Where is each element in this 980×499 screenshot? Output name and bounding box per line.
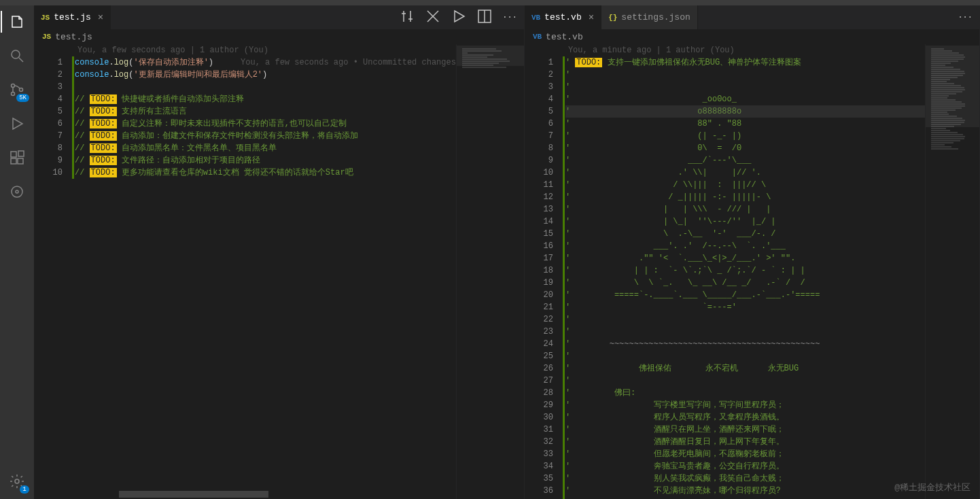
settings-gear-icon[interactable]: 1: [1, 470, 33, 492]
settings-badge: 1: [20, 485, 29, 494]
vb-file-icon: VB: [533, 33, 542, 41]
git-decoration: [563, 56, 565, 499]
close-icon[interactable]: ×: [98, 12, 103, 23]
search-icon[interactable]: [1, 45, 33, 67]
horizontal-scrollbar[interactable]: [119, 491, 268, 498]
svg-point-9: [16, 190, 18, 193]
code-content-right[interactable]: You, a minute ago | 1 author (You) ' TOD…: [565, 44, 925, 499]
line-gutter: 12345678910: [34, 44, 75, 499]
vb-file-icon: VB: [531, 14, 540, 22]
svg-point-10: [15, 479, 19, 483]
tab-label: test.js: [54, 12, 91, 22]
tab-bar-left: JS test.js × ···: [34, 5, 524, 29]
svg-point-1: [12, 84, 15, 88]
svg-rect-7: [18, 151, 24, 156]
extensions-icon[interactable]: [1, 147, 33, 169]
breadcrumb-left[interactable]: JS test.js: [34, 29, 524, 44]
svg-point-0: [12, 50, 20, 58]
explorer-icon[interactable]: [1, 11, 33, 33]
gitlens-authors: You, a few seconds ago | 1 author (You): [75, 44, 456, 56]
more-actions-icon[interactable]: ···: [502, 13, 517, 22]
svg-point-8: [12, 186, 22, 197]
tab-label: test.vb: [544, 12, 582, 22]
tab-settings-json[interactable]: {}settings.json: [601, 5, 698, 29]
json-file-icon: {}: [608, 14, 617, 22]
compare-changes-icon[interactable]: [399, 8, 415, 27]
watermark: @稀土掘金技术社区: [894, 481, 970, 494]
gitlens-authors: You, a minute ago | 1 author (You): [565, 44, 925, 56]
git-decoration: [72, 56, 74, 179]
minimap-right[interactable]: [925, 44, 979, 499]
gitlens-icon[interactable]: [1, 181, 33, 203]
editor-group-right: VBtest.vb×{}settings.json ··· VB test.vb…: [525, 5, 980, 499]
more-actions-icon[interactable]: ···: [958, 13, 973, 22]
breadcrumb-label: test.js: [55, 32, 92, 42]
svg-point-2: [12, 92, 15, 96]
tab-bar-right: VBtest.vb×{}settings.json ···: [525, 5, 979, 29]
tab-label: settings.json: [621, 12, 690, 22]
svg-rect-6: [18, 158, 23, 164]
close-icon[interactable]: ×: [589, 12, 594, 23]
activity-bar: 5K 1: [0, 5, 34, 499]
editor-group-left: JS test.js × ··· JS test.js: [34, 5, 525, 499]
source-control-icon[interactable]: 5K: [1, 79, 33, 101]
breadcrumb-right[interactable]: VB test.vb: [525, 29, 979, 44]
split-editor-icon[interactable]: [476, 8, 493, 27]
tab-test-vb[interactable]: VBtest.vb×: [525, 5, 601, 29]
run-debug-icon[interactable]: [1, 113, 33, 135]
svg-point-3: [20, 88, 23, 92]
svg-rect-5: [11, 158, 16, 164]
run-code-icon[interactable]: [451, 8, 467, 27]
scm-badge: 5K: [16, 94, 29, 102]
code-content-left[interactable]: You, a few seconds ago | 1 author (You) …: [75, 44, 456, 499]
breadcrumb-label: test.vb: [546, 32, 583, 42]
toggle-changes-icon[interactable]: [425, 8, 441, 27]
window-titlebar: [0, 0, 980, 5]
tab-test-js[interactable]: JS test.js ×: [34, 5, 111, 29]
svg-rect-4: [11, 152, 16, 157]
minimap-left[interactable]: [456, 44, 524, 499]
js-file-icon: JS: [41, 14, 50, 22]
line-gutter: 1234567891011121314151617181920212223242…: [525, 44, 565, 499]
js-file-icon: JS: [42, 33, 51, 41]
